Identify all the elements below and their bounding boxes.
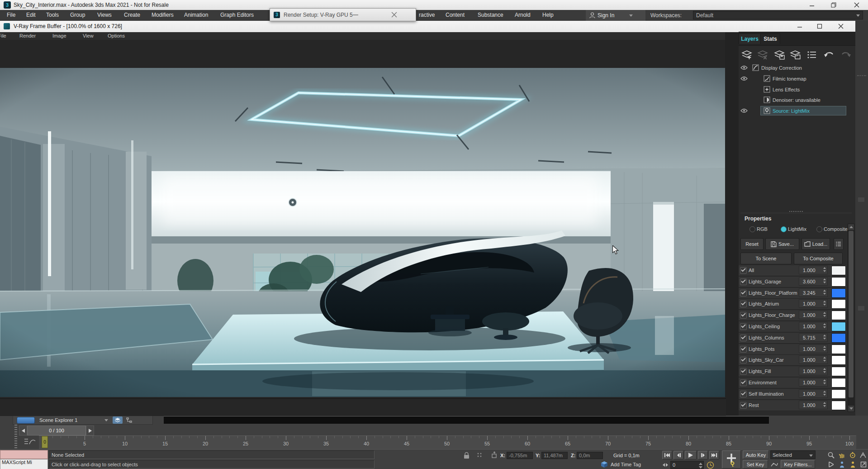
light-checkbox[interactable]	[740, 346, 747, 353]
light-checkbox[interactable]	[740, 290, 747, 297]
light-multiplier-field[interactable]: 1.000	[799, 345, 828, 353]
next-frame-button[interactable]	[86, 426, 94, 436]
light-checkbox[interactable]	[740, 335, 747, 341]
light-color-swatch[interactable]	[831, 401, 846, 410]
layer-row-source-lightmix[interactable]: Source: LightMix	[739, 106, 851, 116]
undo-icon[interactable]	[823, 48, 835, 62]
light-spinner[interactable]	[823, 368, 826, 373]
light-checkbox[interactable]	[740, 379, 747, 386]
scrollbar-thumb[interactable]	[849, 231, 854, 397]
close-icon[interactable]	[845, 0, 868, 10]
next-frame-play-button[interactable]	[698, 451, 708, 459]
timeline-ruler[interactable]: 0510152025303540455055606570758085909510…	[39, 436, 856, 450]
light-color-swatch[interactable]	[831, 389, 846, 399]
play-button[interactable]	[685, 451, 697, 459]
key-filters-button[interactable]: Key Filters...	[781, 460, 815, 469]
add-time-tag[interactable]: Add Time Tag	[611, 462, 641, 467]
previous-frame-button[interactable]	[674, 451, 683, 459]
light-color-swatch[interactable]	[831, 378, 846, 388]
light-multiplier-field[interactable]: 1.000	[799, 322, 828, 330]
add-layer-icon[interactable]	[741, 48, 753, 62]
menu-content[interactable]: Content	[446, 12, 465, 18]
light-checkbox[interactable]	[740, 323, 747, 330]
tab-stats[interactable]: Stats	[760, 34, 780, 44]
x-field[interactable]: -0,755m	[507, 452, 533, 459]
panel-divider[interactable]	[725, 32, 739, 416]
menu-tools[interactable]: Tools	[46, 12, 59, 18]
to-scene-button[interactable]: To Scene	[740, 253, 792, 264]
workspace-dropdown[interactable]: Default	[693, 11, 863, 19]
light-color-swatch[interactable]	[831, 266, 846, 275]
render-canvas[interactable]	[0, 68, 725, 397]
menu-animation[interactable]: Animation	[184, 12, 208, 18]
vfb-menu-view[interactable]: View	[83, 33, 94, 38]
absolute-offset-icon[interactable]	[490, 451, 498, 459]
zoom-region-icon[interactable]	[826, 460, 836, 469]
visibility-eye-icon[interactable]	[740, 76, 748, 81]
sign-in-button[interactable]: Sign In	[586, 10, 645, 21]
key-mode-toggle-icon[interactable]	[661, 461, 669, 469]
close-icon[interactable]	[832, 22, 849, 31]
to-composite-button[interactable]: To Composite	[794, 253, 843, 264]
pan-view-icon[interactable]	[837, 451, 847, 459]
light-spinner[interactable]	[823, 323, 826, 328]
reset-button[interactable]: Reset	[740, 238, 764, 250]
menu-graph-editors[interactable]: Graph Editors	[220, 12, 254, 18]
menu-help[interactable]: Help	[542, 12, 554, 18]
light-spinner[interactable]	[823, 301, 826, 306]
visibility-eye-icon[interactable]	[740, 65, 748, 71]
go-to-start-button[interactable]	[662, 451, 672, 459]
light-multiplier-field[interactable]: 1.000	[799, 311, 828, 319]
light-color-swatch[interactable]	[831, 288, 846, 298]
light-multiplier-field[interactable]: 1.000	[799, 367, 828, 375]
light-color-swatch[interactable]	[831, 322, 846, 331]
save-button[interactable]: Save...	[765, 238, 799, 250]
light-multiplier-field[interactable]: 3.245	[799, 288, 828, 297]
light-multiplier-field[interactable]: 3.600	[799, 277, 828, 286]
light-spinner[interactable]	[823, 278, 826, 283]
scene-explorer-titlebar[interactable]: Scene Explorer 1	[13, 416, 153, 425]
save-layers-icon[interactable]	[773, 48, 785, 62]
light-spinner[interactable]	[823, 357, 826, 362]
layer-row-lens-effects[interactable]: Lens Effects	[739, 85, 851, 95]
zoom-icon[interactable]	[826, 451, 836, 459]
maximize-viewport-toggle-icon[interactable]	[859, 460, 868, 469]
light-spinner[interactable]	[823, 290, 826, 295]
light-multiplier-field[interactable]: 5.715	[799, 333, 828, 342]
current-frame-field[interactable]: 0	[670, 461, 704, 469]
light-multiplier-field[interactable]: 1.000	[799, 355, 828, 364]
light-color-swatch[interactable]	[831, 299, 846, 309]
frame-counter[interactable]: 0 / 100	[27, 426, 86, 436]
vfb-menu-render[interactable]: Render	[19, 33, 36, 38]
go-to-end-button[interactable]	[709, 451, 719, 459]
light-checkbox[interactable]	[740, 301, 747, 307]
time-configuration-icon[interactable]	[707, 461, 714, 469]
walk-through-icon[interactable]	[837, 460, 847, 469]
delete-layer-icon[interactable]	[757, 48, 768, 62]
layer-row-filmic-tonemap[interactable]: Filmic tonemap	[739, 74, 851, 84]
menu-edit[interactable]: Edit	[26, 12, 36, 18]
light-multiplier-field[interactable]: 1.000	[799, 299, 828, 308]
light-color-swatch[interactable]	[831, 333, 846, 343]
light-spinner[interactable]	[823, 391, 826, 396]
radio-rgb[interactable]	[749, 226, 755, 232]
light-checkbox[interactable]	[740, 368, 747, 375]
radio-composite[interactable]	[816, 226, 822, 232]
visibility-eye-icon[interactable]	[740, 108, 748, 114]
light-checkbox[interactable]	[740, 391, 747, 397]
orbit-icon[interactable]	[848, 451, 858, 459]
light-checkbox[interactable]	[740, 267, 747, 274]
panel-scrollbar[interactable]	[848, 224, 854, 412]
macro-recorder-field[interactable]	[0, 450, 48, 459]
minimize-icon[interactable]	[352, 14, 359, 16]
menu-modifiers[interactable]: Modifiers	[152, 12, 174, 18]
set-keys-button[interactable]	[722, 450, 741, 469]
light-spinner[interactable]	[823, 402, 826, 407]
set-key-button[interactable]: Set Key	[743, 460, 768, 469]
light-multiplier-field[interactable]: 1.000	[799, 389, 828, 398]
light-checkbox[interactable]	[740, 402, 747, 409]
render-setup-window[interactable]: 3 Render Setup: V-Ray GPU 5	[270, 8, 416, 21]
mini-curve-editor-icon[interactable]	[24, 437, 36, 446]
menu-group[interactable]: Group	[70, 12, 85, 18]
maximize-icon[interactable]	[811, 22, 828, 31]
